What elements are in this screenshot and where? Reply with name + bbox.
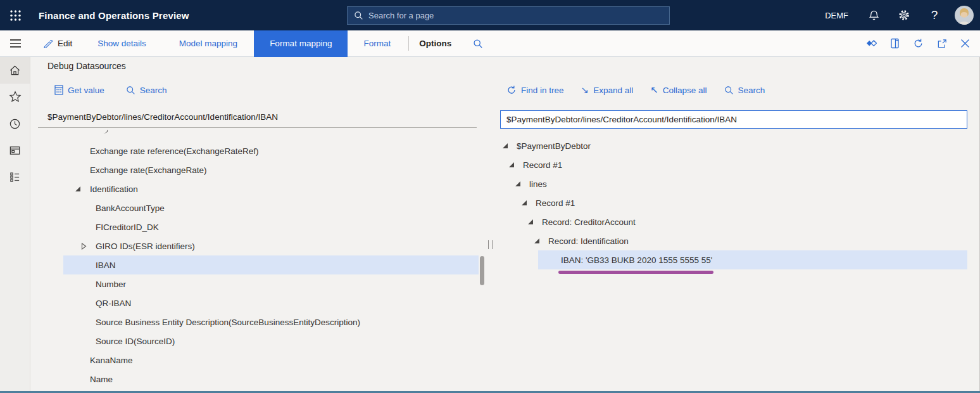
close-icon[interactable] bbox=[953, 30, 977, 57]
related-info-diamonds-icon[interactable] bbox=[860, 30, 883, 57]
tree-item-label: Record: CreditorAccount bbox=[542, 217, 636, 227]
tree-item[interactable]: QR-IBAN bbox=[63, 293, 479, 312]
left-search-button[interactable]: Search bbox=[126, 84, 167, 96]
tree-item-label: Source ID(SourceID) bbox=[96, 337, 175, 346]
datasource-tree: Exchange rate reference(ExchangeRateRef)… bbox=[63, 129, 479, 389]
tree-item[interactable]: BankAccountType bbox=[63, 198, 479, 217]
refresh-icon[interactable] bbox=[907, 30, 930, 57]
right-search-label: Search bbox=[738, 86, 765, 95]
show-details-label: Show details bbox=[97, 39, 146, 48]
tree-item[interactable]: GIRO IDs(ESR identifiers) bbox=[63, 236, 479, 255]
collapse-node-toggle-icon[interactable] bbox=[68, 186, 90, 191]
datasource-path-field[interactable]: $PaymentByDebtor/lines/CreditorAccount/I… bbox=[38, 110, 477, 128]
get-value-button[interactable]: Get value bbox=[54, 84, 104, 96]
tree-item[interactable]: lines bbox=[513, 174, 967, 193]
tab-format[interactable]: Format bbox=[361, 30, 393, 57]
search-icon bbox=[724, 86, 734, 95]
show-details-button[interactable]: Show details bbox=[95, 30, 149, 57]
tree-item[interactable]: Exchange rate reference(ExchangeRateRef) bbox=[63, 141, 479, 160]
model-mapping-label: Model mapping bbox=[179, 39, 237, 48]
tree-item[interactable]: Number bbox=[63, 274, 479, 293]
expand-all-icon: ↘ bbox=[581, 86, 589, 95]
tree-item[interactable]: Record: Identification bbox=[532, 231, 967, 250]
tab-format-mapping-active[interactable]: Format mapping bbox=[254, 30, 348, 57]
nav-modules[interactable] bbox=[0, 164, 30, 190]
waffle-menu-icon[interactable] bbox=[0, 0, 30, 30]
nav-favorites[interactable] bbox=[0, 84, 30, 110]
tree-item-label: Record #1 bbox=[536, 198, 575, 208]
top-navigation-bar: Finance and Operations Preview DEMF bbox=[0, 0, 980, 30]
collapse-node-toggle-icon[interactable] bbox=[500, 143, 517, 148]
tree-item[interactable]: Name bbox=[63, 370, 479, 389]
tree-item[interactable]: Record: CreditorAccount bbox=[525, 212, 967, 231]
tree-item-selected[interactable]: IBAN bbox=[63, 255, 479, 274]
tree-item[interactable]: KanaName bbox=[63, 351, 479, 370]
find-in-tree-button[interactable]: Find in tree bbox=[506, 84, 564, 96]
notifications-bell-icon[interactable] bbox=[858, 0, 889, 30]
expand-node-toggle-icon[interactable] bbox=[74, 243, 96, 250]
app-title[interactable]: Finance and Operations Preview bbox=[39, 10, 189, 21]
tree-item[interactable]: Record #1 bbox=[519, 193, 967, 212]
get-value-table-icon bbox=[54, 85, 63, 95]
tree-path-input[interactable] bbox=[500, 110, 967, 129]
edit-label: Edit bbox=[58, 39, 72, 48]
tree-item[interactable]: $PaymentByDebtor bbox=[500, 136, 967, 155]
get-value-label: Get value bbox=[68, 86, 104, 95]
tab-model-mapping[interactable]: Model mapping bbox=[177, 30, 240, 57]
left-tree-scrollbar-thumb[interactable] bbox=[480, 256, 484, 285]
tree-item-label: FICreditorID_DK bbox=[96, 222, 159, 232]
tree-item[interactable]: Record #1 bbox=[506, 155, 967, 174]
expand-all-label: Expand all bbox=[593, 86, 633, 95]
tree-item-label: $PaymentByDebtor bbox=[517, 141, 591, 151]
help-icon[interactable]: ? bbox=[919, 0, 950, 30]
nav-home[interactable] bbox=[0, 57, 30, 84]
hamburger-menu-icon[interactable] bbox=[0, 30, 30, 57]
nav-workspaces[interactable] bbox=[0, 137, 30, 164]
topbar-right-cluster: DEMF ? bbox=[825, 0, 980, 30]
collapse-node-toggle-icon[interactable] bbox=[506, 162, 523, 167]
search-icon bbox=[126, 86, 135, 95]
app-window: Finance and Operations Preview DEMF bbox=[0, 0, 980, 393]
command-search-icon[interactable] bbox=[470, 30, 486, 57]
format-label: Format bbox=[363, 39, 391, 48]
tree-item-label: IBAN: 'GB33 BUKB 2020 1555 5555 55' bbox=[561, 255, 712, 265]
task-guide-book-icon[interactable] bbox=[883, 30, 907, 57]
edit-button[interactable]: Edit bbox=[41, 30, 75, 57]
tab-options[interactable]: Options bbox=[417, 30, 454, 57]
panel-splitter-grip[interactable] bbox=[488, 240, 493, 249]
page-title: Debug Datasources bbox=[47, 61, 126, 71]
tree-item-label: Exchange rate(ExchangeRate) bbox=[90, 165, 207, 175]
tree-item-selected[interactable]: IBAN: 'GB33 BUKB 2020 1555 5555 55' bbox=[538, 250, 967, 269]
waffle-grid-icon bbox=[9, 10, 22, 22]
clock-icon bbox=[9, 118, 21, 130]
modules-list-icon bbox=[9, 171, 21, 183]
tree-item[interactable]: Source ID(SourceID) bbox=[63, 332, 479, 351]
tree-item-label: BankAccountType bbox=[96, 203, 165, 213]
company-selector[interactable]: DEMF bbox=[825, 11, 848, 20]
tree-item[interactable]: FICreditorID_DK bbox=[63, 217, 479, 236]
expand-all-button[interactable]: ↘ Expand all bbox=[581, 84, 634, 96]
tree-item-label: Record #1 bbox=[523, 160, 562, 170]
tree-item[interactable]: Exchange rate(ExchangeRate) bbox=[63, 160, 479, 179]
left-navigation-rail bbox=[0, 57, 30, 393]
collapse-node-toggle-icon[interactable] bbox=[532, 238, 548, 243]
collapse-node-toggle-icon[interactable] bbox=[525, 219, 542, 224]
nav-recent[interactable] bbox=[0, 110, 30, 137]
home-icon bbox=[9, 65, 21, 77]
search-input[interactable] bbox=[368, 11, 663, 20]
iban-value-underline-marker bbox=[558, 271, 713, 274]
tree-item[interactable]: Source Business Entity Description(Sourc… bbox=[63, 312, 479, 332]
tree-item[interactable]: Identification bbox=[63, 179, 479, 198]
left-panel-actions: Get value Search bbox=[54, 84, 167, 96]
global-search-box[interactable] bbox=[347, 6, 670, 25]
collapse-all-button[interactable]: ↖ Collapse all bbox=[650, 84, 707, 96]
right-search-button[interactable]: Search bbox=[724, 84, 765, 96]
collapse-node-toggle-icon[interactable] bbox=[513, 181, 529, 186]
collapse-all-label: Collapse all bbox=[663, 86, 707, 95]
settings-gear-icon[interactable] bbox=[889, 0, 919, 30]
tree-item-partially-scrolled bbox=[63, 129, 479, 141]
search-icon bbox=[354, 11, 363, 20]
collapse-node-toggle-icon[interactable] bbox=[519, 200, 536, 205]
user-avatar[interactable] bbox=[950, 0, 979, 30]
open-in-new-window-icon[interactable] bbox=[930, 30, 953, 57]
